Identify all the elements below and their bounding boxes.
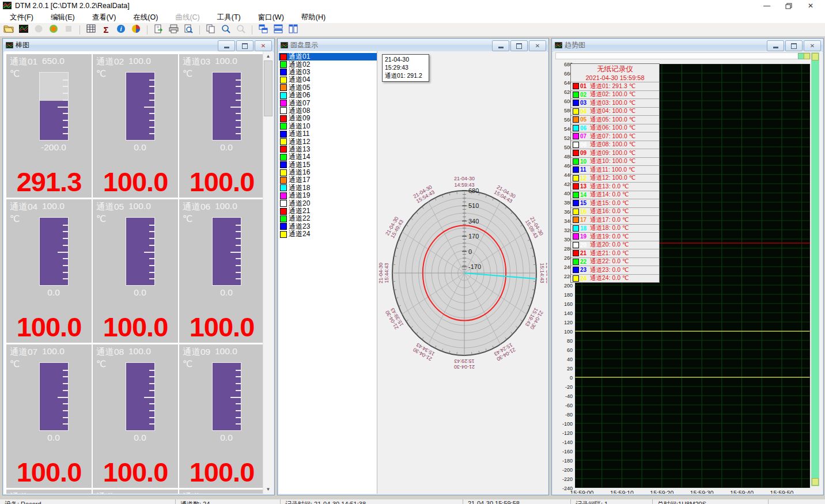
legend-channel-value: 通道18: 0.0 ℃ [590, 224, 629, 232]
restore-button[interactable] [778, 0, 800, 12]
menu-item-window[interactable]: 窗口(W) [253, 12, 289, 24]
pie-chart-button[interactable] [130, 24, 142, 35]
channel-name: 通道08 [96, 346, 126, 358]
tile-vertical-button[interactable] [287, 24, 299, 35]
legend-row: 14通道14: 0.0 ℃ [571, 191, 659, 199]
channel-color-swatch [280, 92, 287, 99]
legend-channel-value: 通道22: 0.0 ℃ [590, 257, 629, 266]
unit-label: ℃ [10, 214, 20, 224]
close-button[interactable]: ✕ [800, 0, 822, 12]
disc-window-titlebar[interactable]: 圆盘显示 ✕ [278, 39, 548, 52]
trend-close-button[interactable]: ✕ [804, 40, 821, 51]
menu-item-edit[interactable]: 编辑(E) [46, 12, 80, 24]
disc-close-button[interactable]: ✕ [529, 40, 546, 51]
print-preview-button[interactable] [183, 24, 194, 35]
cascade-windows-button[interactable] [258, 24, 269, 35]
bar-tick [149, 120, 154, 121]
y-tick-label: 380 [553, 200, 573, 206]
legend-channel-number: 02 [580, 92, 590, 98]
trend-window-titlebar[interactable]: 趋势图 ✕ [552, 39, 823, 52]
bar-tick [63, 278, 68, 279]
export-icon [154, 24, 163, 36]
bar-cell-header: 通道10100.0 [10, 491, 90, 494]
y-tick-label: -160 [553, 449, 573, 454]
print-button[interactable] [168, 24, 179, 35]
channel-list-item[interactable]: 通道24 [279, 230, 377, 238]
bar-tick [149, 238, 154, 239]
disc-window-client: 6805103401700-17021-04-3014:59:4321-04-3… [279, 51, 547, 494]
menu-item-online[interactable]: 在线(O) [128, 12, 163, 24]
vscroll-thumb-top[interactable] [812, 53, 819, 60]
export-button[interactable] [153, 24, 164, 35]
y-tick-label: -120 [553, 430, 573, 436]
svg-text:-170: -170 [468, 263, 481, 270]
channel-name: 通道11 [96, 491, 126, 494]
record-button[interactable] [48, 24, 59, 35]
legend-row: 13通道13: 0.0 ℃ [571, 182, 659, 191]
bar-tick [149, 245, 154, 246]
y-tick-label: 120 [553, 320, 573, 325]
legend-channel-value: 通道15: 0.0 ℃ [590, 199, 629, 207]
y-tick-label: 180 [553, 292, 573, 298]
copy-button[interactable] [205, 24, 217, 35]
scroll-up-icon[interactable]: ▲ [263, 51, 273, 60]
bar-gauge-cell: 通道07100.0℃0.0100.0 [6, 344, 92, 488]
data-table-button[interactable] [85, 24, 97, 35]
bar-close-button[interactable]: ✕ [255, 40, 272, 51]
bar-tick [58, 397, 68, 398]
disc-minimize-button[interactable] [492, 40, 509, 51]
realtime-curve-button[interactable] [18, 24, 29, 35]
legend-color-swatch [573, 250, 579, 256]
bar-vertical-scrollbar[interactable]: ▲ ▼ [263, 51, 273, 494]
menu-item-view[interactable]: 查看(V) [87, 12, 122, 24]
scale-min-value: 0.0 [105, 433, 175, 443]
menu-item-file[interactable]: 文件(F) [5, 12, 39, 24]
y-tick-label: 220 [553, 274, 573, 279]
disc-maximize-button[interactable] [510, 40, 528, 51]
info-button[interactable]: i [115, 24, 127, 35]
legend-channel-value: 通道01: 291.3 ℃ [590, 82, 636, 90]
y-tick-label: 540 [553, 126, 573, 132]
scale-min-value: 0.0 [105, 287, 175, 298]
scrollbar-thumb[interactable] [264, 60, 273, 116]
tile-horizontal-button[interactable] [273, 24, 284, 35]
legend-row: 18通道18: 0.0 ℃ [571, 224, 659, 233]
bar-track [212, 72, 241, 141]
scroll-down-icon[interactable]: ▼ [263, 484, 273, 494]
y-tick-label: 280 [553, 246, 573, 252]
legend-color-swatch [573, 133, 579, 139]
bar-cell-header: 通道06100.0 [183, 201, 263, 213]
y-tick-label: 500 [553, 145, 573, 150]
copy-icon [206, 24, 215, 36]
zoom-button[interactable] [220, 24, 232, 35]
bar-cell-header: 通道04100.0 [10, 201, 90, 213]
y-tick-label: 160 [553, 301, 573, 307]
trend-maximize-button[interactable] [785, 40, 803, 51]
y-tick-label: 260 [553, 255, 573, 261]
menu-item-help[interactable]: 帮助(H) [296, 12, 331, 24]
vscroll-thumb-bottom[interactable] [812, 478, 819, 486]
channel-color-swatch [280, 215, 287, 222]
statistics-sigma-button[interactable]: Σ [100, 24, 112, 35]
svg-text:21-04-30: 21-04-30 [378, 263, 384, 283]
trend-minimize-button[interactable] [767, 40, 784, 51]
bar-cell-header: 通道12100.0 [183, 491, 263, 494]
hscroll-button[interactable] [804, 53, 810, 59]
trend-horizontal-scrollbar[interactable] [555, 52, 811, 59]
trend-vertical-scrollbar[interactable] [811, 52, 819, 486]
bar-minimize-button[interactable] [218, 40, 235, 51]
bar-cell-header: 通道11100.0 [96, 491, 177, 494]
bar-maximize-button[interactable] [236, 40, 253, 51]
menu-item-tools[interactable]: 工具(T) [212, 12, 246, 24]
channel-name: 通道04 [10, 201, 39, 213]
bar-window-titlebar[interactable]: 棒图 ✕ [3, 39, 274, 52]
open-file-button[interactable] [3, 24, 14, 35]
channel-color-swatch [280, 208, 287, 215]
scale-max-value: 100.0 [42, 491, 65, 494]
x-tick-label: 15:59:50 [765, 490, 799, 494]
bar-track [39, 362, 69, 431]
y-tick-label: 440 [553, 172, 573, 178]
trend-chart-window: 趋势图 ✕ 6806606406206005805605405205004804… [551, 38, 824, 495]
minimize-button[interactable]: — [756, 0, 778, 12]
channel-name: 通道02 [96, 56, 126, 68]
